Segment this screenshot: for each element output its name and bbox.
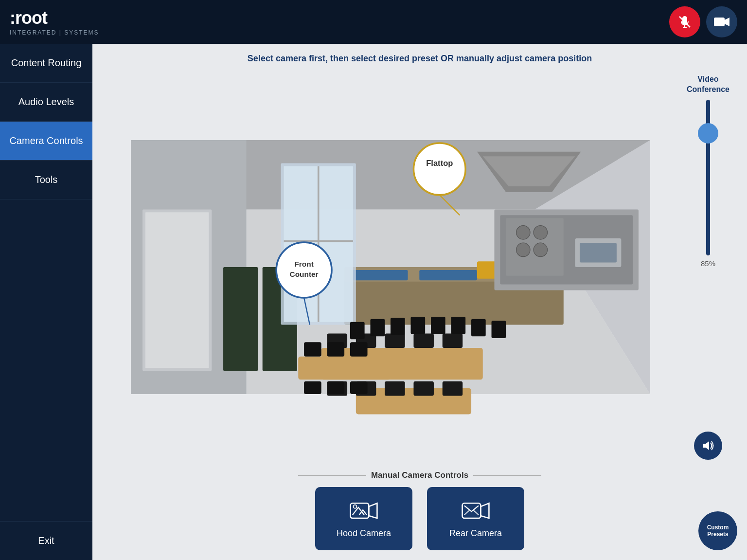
- svg-rect-50: [431, 317, 445, 334]
- svg-marker-68: [703, 441, 709, 450]
- sidebar: Content Routing Audio Levels Camera Cont…: [0, 44, 92, 560]
- scene-wrapper: Flattop Front Counter Video Conference: [102, 70, 737, 465]
- logo-subtitle: integrated | systems: [10, 29, 99, 36]
- content-area: Select camera first, then select desired…: [92, 44, 747, 560]
- custom-presets-button[interactable]: Custom Presets: [698, 511, 737, 550]
- bottom-section: Manual Camera Controls Hood Camera: [102, 470, 737, 550]
- main-layout: Content Routing Audio Levels Camera Cont…: [0, 44, 747, 560]
- svg-rect-43: [385, 381, 405, 396]
- svg-rect-69: [351, 503, 369, 518]
- sidebar-item-tools[interactable]: Tools: [0, 161, 92, 199]
- svg-marker-71: [369, 503, 377, 518]
- sidebar-item-camera-controls[interactable]: Camera Controls: [0, 122, 92, 161]
- svg-rect-11: [145, 212, 209, 368]
- room-illustration: Flattop Front Counter: [102, 70, 679, 465]
- svg-rect-60: [350, 381, 368, 394]
- camera-header-icon: [713, 15, 730, 29]
- sidebar-spacer: [0, 199, 92, 521]
- svg-rect-44: [413, 381, 434, 396]
- svg-point-25: [534, 243, 547, 256]
- volume-button[interactable]: [694, 432, 722, 460]
- svg-rect-3: [714, 18, 725, 26]
- instruction-text: Select camera first, then select desired…: [102, 54, 737, 64]
- sidebar-item-audio-levels[interactable]: Audio Levels: [0, 83, 92, 122]
- svg-rect-29: [580, 243, 617, 262]
- svg-line-74: [474, 510, 479, 514]
- logo-colon: :: [10, 8, 15, 28]
- svg-marker-75: [480, 503, 489, 518]
- svg-rect-48: [391, 318, 405, 335]
- svg-point-70: [354, 505, 357, 508]
- svg-text:Counter: Counter: [290, 270, 319, 278]
- volume-percent: 85%: [701, 259, 715, 268]
- sidebar-item-content-routing[interactable]: Content Routing: [0, 44, 92, 83]
- svg-text:Flattop: Flattop: [426, 159, 453, 168]
- svg-rect-49: [411, 317, 426, 334]
- svg-rect-12: [223, 267, 258, 371]
- svg-rect-39: [413, 333, 434, 348]
- svg-rect-45: [443, 381, 463, 396]
- video-conference-label: Video Conference: [679, 74, 737, 95]
- hood-camera-icon: [349, 499, 378, 524]
- volume-slider-thumb[interactable]: [698, 123, 718, 144]
- rear-camera-button[interactable]: Rear Camera: [427, 487, 524, 550]
- logo: :root integrated | systems: [10, 8, 99, 36]
- right-panel: Video Conference 85%: [679, 70, 737, 465]
- volume-slider-track[interactable]: [706, 100, 710, 255]
- svg-rect-47: [370, 319, 385, 337]
- svg-rect-55: [304, 342, 321, 357]
- sidebar-exit-button[interactable]: Exit: [0, 521, 92, 560]
- svg-rect-54: [298, 357, 391, 379]
- svg-rect-40: [443, 333, 463, 348]
- svg-rect-46: [350, 322, 365, 340]
- camera-buttons: Hood Camera Rear Camera: [315, 487, 524, 550]
- hood-camera-button[interactable]: Hood Camera: [315, 487, 412, 550]
- logo-text: :root: [10, 8, 99, 28]
- svg-line-73: [464, 510, 469, 514]
- rear-camera-icon: [461, 499, 490, 524]
- mute-button[interactable]: [669, 6, 700, 37]
- svg-rect-17: [419, 270, 477, 280]
- svg-rect-59: [327, 381, 345, 394]
- svg-rect-53: [492, 321, 506, 338]
- mute-icon: [677, 15, 692, 29]
- svg-rect-58: [304, 381, 321, 394]
- manual-controls-label: Manual Camera Controls: [298, 470, 541, 480]
- hood-camera-label: Hood Camera: [337, 528, 391, 539]
- svg-point-24: [516, 243, 530, 256]
- svg-point-61: [413, 143, 465, 195]
- custom-presets-label: Custom Presets: [698, 524, 737, 538]
- volume-icon: [701, 439, 715, 452]
- logo-root: root: [15, 8, 47, 28]
- svg-rect-52: [471, 319, 486, 337]
- svg-marker-4: [725, 18, 729, 26]
- header: :root integrated | systems: [0, 0, 747, 44]
- svg-rect-72: [462, 503, 481, 518]
- svg-rect-51: [451, 317, 466, 334]
- svg-text:Front: Front: [294, 260, 313, 268]
- header-icons: [669, 6, 737, 37]
- rear-camera-label: Rear Camera: [449, 528, 502, 539]
- slider-container: 85%: [701, 100, 715, 428]
- svg-rect-38: [385, 333, 405, 348]
- room-scene: Flattop Front Counter: [102, 70, 679, 465]
- svg-rect-16: [350, 270, 408, 280]
- camera-header-button[interactable]: [706, 6, 737, 37]
- svg-point-23: [534, 226, 547, 239]
- svg-point-22: [516, 226, 530, 239]
- svg-rect-57: [350, 342, 368, 357]
- svg-rect-56: [327, 342, 345, 357]
